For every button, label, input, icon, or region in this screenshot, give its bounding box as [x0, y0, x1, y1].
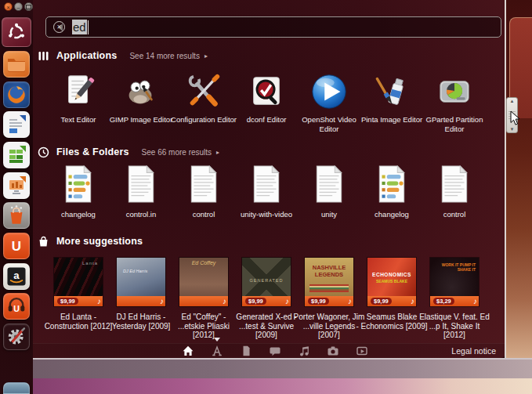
album-cover: GENERATED $9,99 ♪	[242, 258, 291, 306]
maximize-button[interactable]	[24, 2, 33, 11]
launcher-item-software-center[interactable]	[3, 202, 30, 229]
result-label: GParted Partition Editor	[420, 115, 489, 133]
result-label: control	[169, 210, 238, 219]
photos-lens-icon[interactable]	[327, 345, 339, 357]
text-doc-icon	[314, 165, 344, 203]
clear-search-icon[interactable]: ✕	[53, 21, 65, 33]
dash-right-border	[505, 0, 506, 358]
launcher-item-libreoffice-impress[interactable]	[3, 172, 30, 199]
social-lens-icon[interactable]	[269, 345, 281, 357]
more-results-arrow-icon: ▸	[216, 149, 219, 156]
pinta-icon	[372, 72, 411, 111]
music-note-icon: ♪	[411, 296, 414, 306]
result-text-editor[interactable]: Text Editor	[47, 72, 110, 133]
price-strip: ♪	[179, 296, 228, 306]
svg-text:a: a	[13, 269, 20, 281]
libreoffice-calc-icon	[6, 145, 27, 165]
result-label: Porter Wagoner, Jim...ville Legends [200…	[293, 313, 365, 340]
result-label: Generated X-ed -...test & Survive [2009]	[230, 313, 302, 340]
legal-notice-link[interactable]: Legal notice	[451, 346, 496, 356]
settings-gear-icon	[5, 326, 27, 348]
section-title: More suggestions	[56, 236, 143, 247]
search-text[interactable]: ed	[72, 20, 87, 34]
configuration-editor-icon	[184, 72, 223, 111]
result-dconf-editor[interactable]: dconf Editor	[235, 72, 298, 133]
search-bar[interactable]: ✕ ed	[45, 16, 501, 38]
result-album[interactable]: Lanta $9,99 ♪ Ed Lanta -Construction [20…	[47, 258, 110, 340]
result-openshot[interactable]: OpenShot Video Editor	[298, 72, 360, 133]
close-button[interactable]: ×	[4, 2, 13, 11]
amazon-icon: a	[5, 266, 27, 287]
launcher-item-ubuntu-one-music[interactable]: U	[3, 293, 30, 320]
videos-lens-icon[interactable]	[356, 345, 368, 357]
result-file[interactable]: control	[423, 165, 486, 219]
result-label: Text Editor	[44, 115, 113, 125]
result-label: control	[420, 210, 489, 219]
result-album[interactable]: WORK IT PUMP IT SHAKE IT $3,29 ♪ Elastiq…	[423, 258, 486, 340]
result-file[interactable]: unity-with-video	[235, 165, 298, 219]
result-album[interactable]: DJ Ed Harris ♪ DJ Ed Harris -Yesterday […	[110, 258, 172, 340]
text-doc-icon	[126, 165, 156, 203]
result-file[interactable]: control	[172, 165, 235, 219]
result-album[interactable]: GENERATED $9,99 ♪ Generated X-ed -...tes…	[235, 258, 298, 340]
launcher-item-firefox[interactable]	[3, 81, 30, 108]
launcher-item-libreoffice-calc[interactable]	[3, 142, 30, 168]
launcher-item-system-settings[interactable]	[3, 324, 30, 350]
text-doc-icon	[440, 165, 469, 203]
recent-files-clock-icon	[38, 146, 49, 158]
see-more-applications-link[interactable]: See 14 more results	[129, 52, 200, 60]
launcher-item-ubuntu-one[interactable]: U	[3, 233, 30, 259]
result-label: control.in	[107, 210, 176, 219]
ubuntu-logo-icon	[5, 20, 28, 44]
applications-header: Applications See 14 more results ▸	[38, 49, 208, 63]
result-file[interactable]: unity	[298, 165, 360, 219]
launcher-item-partial[interactable]	[3, 382, 30, 394]
price-strip: $9,99 ♪	[367, 296, 416, 306]
result-album[interactable]: Ed Coffey ♪ Ed "Coffey" -...etskie Plias…	[172, 258, 235, 340]
result-label: changelog	[357, 210, 426, 219]
text-doc-icon	[252, 165, 281, 203]
result-configuration-editor[interactable]: Configuration Editor	[172, 72, 235, 133]
launcher-item-amazon[interactable]: a	[3, 263, 30, 290]
text-doc-icon	[189, 165, 219, 203]
applications-lens-icon[interactable]	[211, 345, 223, 357]
suggestions-results: Lanta $9,99 ♪ Ed Lanta -Construction [20…	[47, 258, 486, 340]
result-label: unity	[295, 210, 364, 219]
result-pinta[interactable]: Pinta Image Editor	[360, 72, 423, 133]
result-gimp[interactable]: GIMP Image Editor	[110, 72, 172, 133]
music-lens-icon[interactable]	[298, 345, 310, 357]
result-label: changelog	[44, 210, 113, 219]
result-label: Pinta Image Editor	[357, 115, 426, 125]
libreoffice-impress-icon	[6, 175, 27, 196]
album-cover: NASHVILLE LEGENDS $9,99 ♪	[305, 258, 353, 306]
launcher-item-libreoffice-writer[interactable]	[3, 111, 30, 138]
result-file[interactable]: changelog	[360, 165, 423, 219]
music-note-icon: ♪	[97, 296, 101, 306]
scroll-up-icon[interactable]: ▲	[510, 99, 515, 103]
files-header: Files & Folders See 66 more results ▸	[38, 145, 219, 159]
price-badge: $9,99	[245, 298, 266, 305]
home-icon[interactable]	[182, 345, 194, 357]
result-album[interactable]: NASHVILLE LEGENDS $9,99 ♪ Porter Wagoner…	[298, 258, 360, 340]
desktop-background-bottom	[0, 358, 532, 394]
result-file[interactable]: control.in	[110, 165, 172, 219]
openshot-icon	[309, 72, 349, 111]
album-art-text: Ed Coffey	[179, 260, 228, 266]
see-more-files-link[interactable]: See 66 more results	[142, 148, 212, 157]
minimize-button[interactable]: –	[14, 2, 23, 11]
launcher: × –	[0, 0, 33, 394]
files-lens-icon[interactable]	[240, 345, 252, 357]
music-note-icon: ♪	[285, 296, 289, 306]
launcher-item-dash-home[interactable]	[2, 17, 31, 47]
result-label: GIMP Image Editor	[107, 115, 176, 125]
album-art-text: NASHVILLE LEGENDS	[305, 264, 353, 278]
album-art-text: GENERATED	[242, 278, 291, 283]
launcher-item-files[interactable]	[3, 51, 30, 78]
mouse-cursor	[510, 110, 521, 126]
result-gparted[interactable]: GParted Partition Editor	[423, 72, 486, 133]
scroll-down-icon[interactable]: ▼	[510, 127, 515, 132]
result-label: DJ Ed Harris -Yesterday [2009]	[105, 313, 177, 331]
result-file[interactable]: changelog	[47, 165, 110, 219]
price-strip: $9,99 ♪	[305, 296, 353, 306]
result-album[interactable]: ECHONOMICS SEAMUS BLAKE $9,99 ♪ Seamus B…	[360, 258, 423, 340]
